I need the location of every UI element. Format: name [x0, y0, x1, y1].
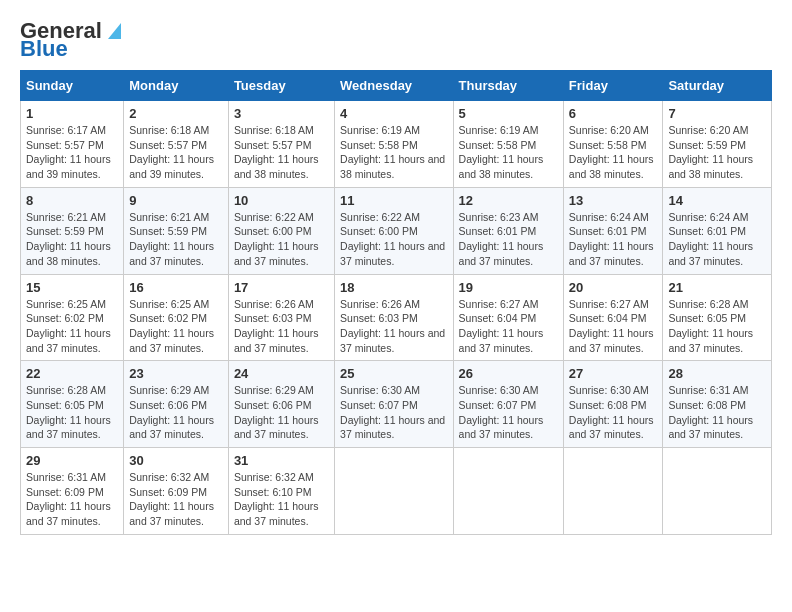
calendar-cell [453, 448, 563, 535]
day-info: Sunrise: 6:25 AM Sunset: 6:02 PM Dayligh… [129, 297, 223, 356]
day-info: Sunrise: 6:24 AM Sunset: 6:01 PM Dayligh… [668, 210, 766, 269]
day-number: 23 [129, 366, 223, 381]
day-number: 7 [668, 106, 766, 121]
day-number: 17 [234, 280, 329, 295]
calendar-week-row: 29 Sunrise: 6:31 AM Sunset: 6:09 PM Dayl… [21, 448, 772, 535]
day-number: 1 [26, 106, 118, 121]
day-number: 3 [234, 106, 329, 121]
day-info: Sunrise: 6:31 AM Sunset: 6:08 PM Dayligh… [668, 383, 766, 442]
calendar-week-row: 8 Sunrise: 6:21 AM Sunset: 5:59 PM Dayli… [21, 187, 772, 274]
calendar-week-row: 22 Sunrise: 6:28 AM Sunset: 6:05 PM Dayl… [21, 361, 772, 448]
day-number: 29 [26, 453, 118, 468]
page-header: General Blue [20, 20, 772, 60]
day-number: 8 [26, 193, 118, 208]
day-info: Sunrise: 6:22 AM Sunset: 6:00 PM Dayligh… [234, 210, 329, 269]
header-saturday: Saturday [663, 71, 772, 101]
calendar-cell: 13 Sunrise: 6:24 AM Sunset: 6:01 PM Dayl… [563, 187, 663, 274]
day-number: 16 [129, 280, 223, 295]
calendar-cell [663, 448, 772, 535]
day-info: Sunrise: 6:29 AM Sunset: 6:06 PM Dayligh… [234, 383, 329, 442]
calendar-cell: 31 Sunrise: 6:32 AM Sunset: 6:10 PM Dayl… [228, 448, 334, 535]
day-info: Sunrise: 6:18 AM Sunset: 5:57 PM Dayligh… [129, 123, 223, 182]
logo-icon [103, 21, 121, 39]
day-number: 19 [459, 280, 558, 295]
calendar-cell: 30 Sunrise: 6:32 AM Sunset: 6:09 PM Dayl… [124, 448, 229, 535]
day-info: Sunrise: 6:20 AM Sunset: 5:59 PM Dayligh… [668, 123, 766, 182]
day-info: Sunrise: 6:29 AM Sunset: 6:06 PM Dayligh… [129, 383, 223, 442]
calendar-cell: 24 Sunrise: 6:29 AM Sunset: 6:06 PM Dayl… [228, 361, 334, 448]
calendar-cell: 2 Sunrise: 6:18 AM Sunset: 5:57 PM Dayli… [124, 101, 229, 188]
calendar-week-row: 15 Sunrise: 6:25 AM Sunset: 6:02 PM Dayl… [21, 274, 772, 361]
day-info: Sunrise: 6:23 AM Sunset: 6:01 PM Dayligh… [459, 210, 558, 269]
day-number: 10 [234, 193, 329, 208]
header-sunday: Sunday [21, 71, 124, 101]
calendar-cell: 12 Sunrise: 6:23 AM Sunset: 6:01 PM Dayl… [453, 187, 563, 274]
day-info: Sunrise: 6:30 AM Sunset: 6:07 PM Dayligh… [459, 383, 558, 442]
day-info: Sunrise: 6:18 AM Sunset: 5:57 PM Dayligh… [234, 123, 329, 182]
calendar-cell: 6 Sunrise: 6:20 AM Sunset: 5:58 PM Dayli… [563, 101, 663, 188]
day-info: Sunrise: 6:25 AM Sunset: 6:02 PM Dayligh… [26, 297, 118, 356]
day-number: 20 [569, 280, 658, 295]
calendar-cell: 18 Sunrise: 6:26 AM Sunset: 6:03 PM Dayl… [335, 274, 453, 361]
day-number: 21 [668, 280, 766, 295]
day-info: Sunrise: 6:19 AM Sunset: 5:58 PM Dayligh… [340, 123, 447, 182]
day-info: Sunrise: 6:30 AM Sunset: 6:08 PM Dayligh… [569, 383, 658, 442]
day-number: 2 [129, 106, 223, 121]
day-info: Sunrise: 6:19 AM Sunset: 5:58 PM Dayligh… [459, 123, 558, 182]
day-number: 30 [129, 453, 223, 468]
header-monday: Monday [124, 71, 229, 101]
day-number: 11 [340, 193, 447, 208]
day-info: Sunrise: 6:26 AM Sunset: 6:03 PM Dayligh… [234, 297, 329, 356]
calendar-cell: 9 Sunrise: 6:21 AM Sunset: 5:59 PM Dayli… [124, 187, 229, 274]
calendar-cell: 5 Sunrise: 6:19 AM Sunset: 5:58 PM Dayli… [453, 101, 563, 188]
calendar-cell: 17 Sunrise: 6:26 AM Sunset: 6:03 PM Dayl… [228, 274, 334, 361]
calendar-cell: 25 Sunrise: 6:30 AM Sunset: 6:07 PM Dayl… [335, 361, 453, 448]
day-info: Sunrise: 6:26 AM Sunset: 6:03 PM Dayligh… [340, 297, 447, 356]
day-number: 5 [459, 106, 558, 121]
day-info: Sunrise: 6:20 AM Sunset: 5:58 PM Dayligh… [569, 123, 658, 182]
day-info: Sunrise: 6:17 AM Sunset: 5:57 PM Dayligh… [26, 123, 118, 182]
logo-blue-text: Blue [20, 38, 68, 60]
day-number: 12 [459, 193, 558, 208]
day-number: 22 [26, 366, 118, 381]
day-number: 9 [129, 193, 223, 208]
calendar-cell: 14 Sunrise: 6:24 AM Sunset: 6:01 PM Dayl… [663, 187, 772, 274]
day-number: 25 [340, 366, 447, 381]
calendar-cell: 19 Sunrise: 6:27 AM Sunset: 6:04 PM Dayl… [453, 274, 563, 361]
calendar-cell: 20 Sunrise: 6:27 AM Sunset: 6:04 PM Dayl… [563, 274, 663, 361]
calendar-cell: 29 Sunrise: 6:31 AM Sunset: 6:09 PM Dayl… [21, 448, 124, 535]
calendar-table: SundayMondayTuesdayWednesdayThursdayFrid… [20, 70, 772, 535]
header-thursday: Thursday [453, 71, 563, 101]
header-tuesday: Tuesday [228, 71, 334, 101]
day-info: Sunrise: 6:22 AM Sunset: 6:00 PM Dayligh… [340, 210, 447, 269]
calendar-cell: 27 Sunrise: 6:30 AM Sunset: 6:08 PM Dayl… [563, 361, 663, 448]
day-info: Sunrise: 6:27 AM Sunset: 6:04 PM Dayligh… [459, 297, 558, 356]
day-info: Sunrise: 6:31 AM Sunset: 6:09 PM Dayligh… [26, 470, 118, 529]
day-info: Sunrise: 6:24 AM Sunset: 6:01 PM Dayligh… [569, 210, 658, 269]
day-number: 27 [569, 366, 658, 381]
day-number: 4 [340, 106, 447, 121]
day-info: Sunrise: 6:27 AM Sunset: 6:04 PM Dayligh… [569, 297, 658, 356]
day-number: 15 [26, 280, 118, 295]
day-number: 31 [234, 453, 329, 468]
day-info: Sunrise: 6:32 AM Sunset: 6:09 PM Dayligh… [129, 470, 223, 529]
day-info: Sunrise: 6:21 AM Sunset: 5:59 PM Dayligh… [129, 210, 223, 269]
calendar-cell: 11 Sunrise: 6:22 AM Sunset: 6:00 PM Dayl… [335, 187, 453, 274]
svg-marker-0 [108, 23, 121, 39]
calendar-cell: 10 Sunrise: 6:22 AM Sunset: 6:00 PM Dayl… [228, 187, 334, 274]
header-wednesday: Wednesday [335, 71, 453, 101]
calendar-cell: 23 Sunrise: 6:29 AM Sunset: 6:06 PM Dayl… [124, 361, 229, 448]
calendar-cell: 26 Sunrise: 6:30 AM Sunset: 6:07 PM Dayl… [453, 361, 563, 448]
day-info: Sunrise: 6:28 AM Sunset: 6:05 PM Dayligh… [668, 297, 766, 356]
day-number: 18 [340, 280, 447, 295]
calendar-week-row: 1 Sunrise: 6:17 AM Sunset: 5:57 PM Dayli… [21, 101, 772, 188]
day-number: 6 [569, 106, 658, 121]
calendar-cell: 28 Sunrise: 6:31 AM Sunset: 6:08 PM Dayl… [663, 361, 772, 448]
day-number: 13 [569, 193, 658, 208]
calendar-cell: 4 Sunrise: 6:19 AM Sunset: 5:58 PM Dayli… [335, 101, 453, 188]
day-info: Sunrise: 6:28 AM Sunset: 6:05 PM Dayligh… [26, 383, 118, 442]
calendar-cell: 7 Sunrise: 6:20 AM Sunset: 5:59 PM Dayli… [663, 101, 772, 188]
day-info: Sunrise: 6:21 AM Sunset: 5:59 PM Dayligh… [26, 210, 118, 269]
calendar-header-row: SundayMondayTuesdayWednesdayThursdayFrid… [21, 71, 772, 101]
calendar-cell: 1 Sunrise: 6:17 AM Sunset: 5:57 PM Dayli… [21, 101, 124, 188]
